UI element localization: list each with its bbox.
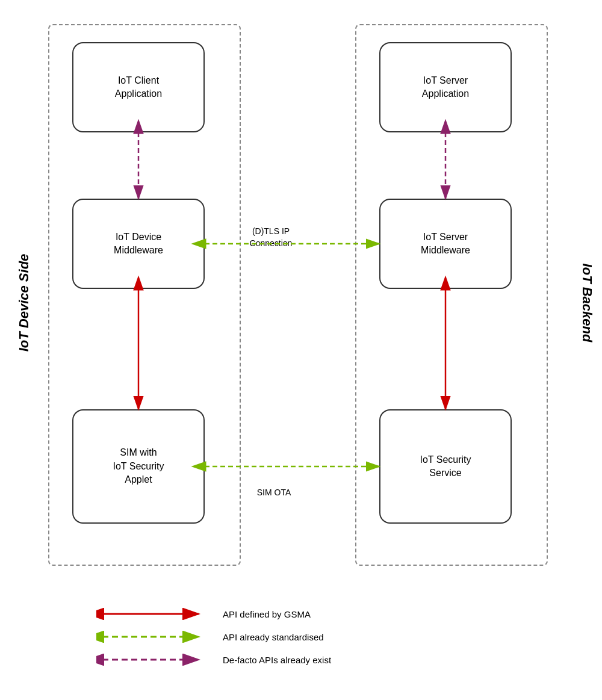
- sim-applet-label: SIM withIoT SecurityApplet: [113, 446, 164, 486]
- iot-device-middleware-label: IoT DeviceMiddleware: [114, 231, 163, 258]
- legend-line-standardised: [96, 631, 205, 643]
- iot-security-service-box: IoT SecurityService: [379, 409, 512, 524]
- sim-applet-box: SIM withIoT SecurityApplet: [72, 409, 205, 524]
- iot-server-middleware-box: IoT ServerMiddleware: [379, 199, 512, 289]
- iot-server-middleware-label: IoT ServerMiddleware: [421, 231, 470, 258]
- legend-text-standardised: API already standardised: [223, 632, 324, 642]
- legend: API defined by GSMA API already standard…: [96, 608, 518, 677]
- iot-client-app-box: IoT ClientApplication: [72, 42, 205, 132]
- legend-item-gsma: API defined by GSMA: [96, 608, 518, 620]
- dtls-label: (D)TLS IPConnection: [226, 226, 316, 249]
- backend-label: IoT Backend: [579, 264, 595, 342]
- legend-item-defacto: De-facto APIs already exist: [96, 654, 518, 666]
- diagram-area: IoT Device Side IoT Backend IoT ClientAp…: [18, 12, 584, 596]
- iot-client-app-label: IoT ClientApplication: [115, 74, 162, 101]
- device-side-label: IoT Device Side: [16, 254, 32, 352]
- sim-ota-label: SIM OTA: [250, 488, 298, 497]
- legend-line-defacto: [96, 654, 205, 666]
- iot-server-app-label: IoT ServerApplication: [422, 74, 469, 101]
- legend-item-standardised: API already standardised: [96, 631, 518, 643]
- iot-server-app-box: IoT ServerApplication: [379, 42, 512, 132]
- iot-device-middleware-box: IoT DeviceMiddleware: [72, 199, 205, 289]
- iot-security-service-label: IoT SecurityService: [420, 453, 471, 480]
- legend-text-defacto: De-facto APIs already exist: [223, 655, 331, 665]
- legend-text-gsma: API defined by GSMA: [223, 609, 311, 619]
- legend-line-gsma: [96, 608, 205, 620]
